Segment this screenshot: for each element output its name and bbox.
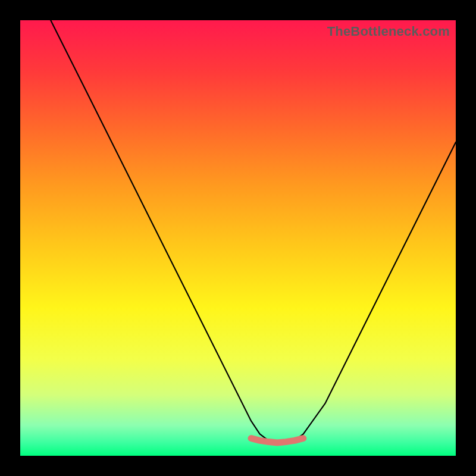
curve-svg: [20, 20, 456, 456]
bottleneck-curve-path: [51, 20, 456, 443]
optimal-band-path: [251, 439, 303, 443]
plot-area: TheBottleneck.com: [20, 20, 456, 456]
chart-frame: TheBottleneck.com: [0, 0, 476, 476]
